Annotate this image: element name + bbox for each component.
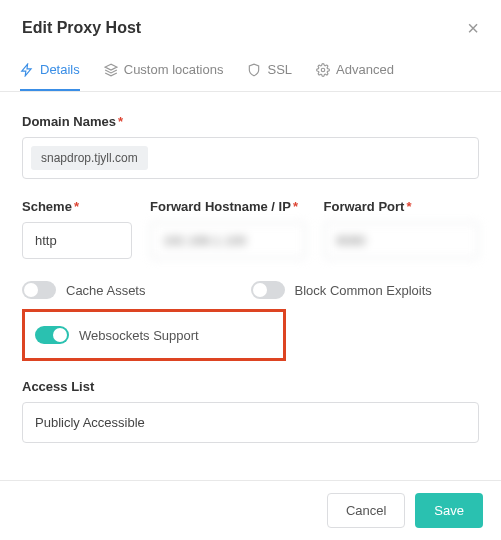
access-list-label: Access List [22, 379, 479, 394]
hostname-label: Forward Hostname / IP* [150, 199, 306, 214]
block-exploits-label: Block Common Exploits [295, 283, 432, 298]
cancel-button[interactable]: Cancel [327, 493, 405, 528]
forward-row: Scheme* Forward Hostname / IP* Forward P… [22, 199, 479, 259]
websockets-label: Websockets Support [79, 328, 199, 343]
modal-header: Edit Proxy Host × [0, 0, 501, 52]
block-exploits-item: Block Common Exploits [251, 281, 480, 299]
port-input[interactable] [324, 222, 480, 259]
websockets-toggle[interactable] [35, 326, 69, 344]
cache-assets-item: Cache Assets [22, 281, 251, 299]
tab-details[interactable]: Details [20, 52, 80, 91]
tab-label: Custom locations [124, 62, 224, 77]
websockets-highlight: Websockets Support [22, 309, 286, 361]
domain-tag[interactable]: snapdrop.tjyll.com [31, 146, 148, 170]
scheme-label: Scheme* [22, 199, 132, 214]
required-asterisk: * [74, 199, 79, 214]
shield-icon [247, 63, 261, 77]
modal-footer: Cancel Save [0, 480, 501, 540]
access-list-value: Publicly Accessible [35, 415, 145, 430]
modal-title: Edit Proxy Host [22, 19, 141, 37]
gear-icon [316, 63, 330, 77]
cache-assets-label: Cache Assets [66, 283, 146, 298]
tab-advanced[interactable]: Advanced [316, 52, 394, 91]
tab-bar: Details Custom locations SSL Advanced [0, 52, 501, 92]
tab-label: Details [40, 62, 80, 77]
websockets-item: Websockets Support [35, 326, 273, 344]
stack-icon [104, 63, 118, 77]
edit-proxy-host-modal: Edit Proxy Host × Details Custom locatio… [0, 0, 501, 465]
tab-label: SSL [267, 62, 292, 77]
tab-label: Advanced [336, 62, 394, 77]
svg-point-0 [321, 68, 325, 72]
required-asterisk: * [118, 114, 123, 129]
domain-names-label: Domain Names* [22, 114, 479, 129]
hostname-input[interactable] [150, 222, 306, 259]
scheme-input[interactable] [22, 222, 132, 259]
domain-names-field[interactable]: snapdrop.tjyll.com [22, 137, 479, 179]
block-exploits-toggle[interactable] [251, 281, 285, 299]
close-icon[interactable]: × [467, 18, 479, 38]
save-button[interactable]: Save [415, 493, 483, 528]
port-label: Forward Port* [324, 199, 480, 214]
lightning-icon [20, 63, 34, 77]
required-asterisk: * [293, 199, 298, 214]
modal-body: Domain Names* snapdrop.tjyll.com Scheme*… [0, 92, 501, 465]
required-asterisk: * [406, 199, 411, 214]
switch-row-1: Cache Assets Block Common Exploits [22, 281, 479, 299]
tab-custom-locations[interactable]: Custom locations [104, 52, 224, 91]
cache-assets-toggle[interactable] [22, 281, 56, 299]
access-list-select[interactable]: Publicly Accessible [22, 402, 479, 443]
tab-ssl[interactable]: SSL [247, 52, 292, 91]
